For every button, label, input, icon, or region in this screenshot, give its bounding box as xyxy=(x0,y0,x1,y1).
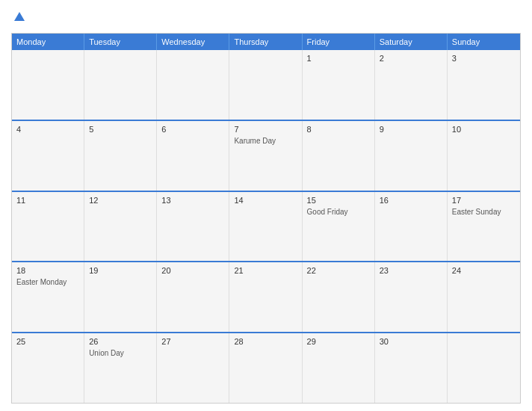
cell-date: 1 xyxy=(307,54,370,63)
calendar-body: 1234567Karume Day89101112131415Good Frid… xyxy=(12,50,520,403)
cell-holiday: Easter Monday xyxy=(16,278,79,286)
calendar-cell xyxy=(12,50,84,120)
day-header: Thursday xyxy=(229,34,302,50)
logo xyxy=(11,10,26,24)
calendar-cell xyxy=(84,50,157,120)
calendar-cell: 29 xyxy=(303,333,375,403)
calendar-cell xyxy=(157,50,229,120)
calendar-cell: 24 xyxy=(448,262,520,332)
calendar-cell: 9 xyxy=(375,121,448,191)
day-header: Monday xyxy=(12,34,84,50)
calendar-cell: 1 xyxy=(303,50,375,120)
calendar-cell: 18Easter Monday xyxy=(12,262,84,332)
calendar-cell: 8 xyxy=(303,121,375,191)
calendar-cell: 22 xyxy=(303,262,375,332)
calendar-cell: 2 xyxy=(375,50,448,120)
calendar-cell: 20 xyxy=(157,262,229,332)
day-header: Sunday xyxy=(448,34,520,50)
cell-date: 15 xyxy=(307,196,370,205)
day-header: Tuesday xyxy=(84,34,157,50)
day-header: Saturday xyxy=(375,34,448,50)
day-headers-row: MondayTuesdayWednesdayThursdayFridaySatu… xyxy=(12,34,520,50)
cell-date: 28 xyxy=(234,337,297,346)
calendar-week-row: 2526Union Day27282930 xyxy=(12,333,520,403)
cell-holiday: Good Friday xyxy=(307,208,370,216)
calendar-cell: 10 xyxy=(448,121,520,191)
calendar-week-row: 18Easter Monday192021222324 xyxy=(12,262,520,333)
calendar-cell: 21 xyxy=(229,262,302,332)
cell-holiday: Easter Sunday xyxy=(452,208,516,216)
cell-date: 23 xyxy=(380,266,442,275)
calendar-cell: 30 xyxy=(375,333,448,403)
day-header: Friday xyxy=(303,34,375,50)
cell-date: 21 xyxy=(234,266,297,275)
svg-marker-0 xyxy=(14,12,25,21)
cell-date: 3 xyxy=(452,54,516,63)
cell-date: 5 xyxy=(89,125,152,134)
calendar-cell: 6 xyxy=(157,121,229,191)
calendar-cell: 16 xyxy=(375,192,448,262)
calendar-cell: 23 xyxy=(375,262,448,332)
calendar: MondayTuesdayWednesdayThursdayFridaySatu… xyxy=(11,33,521,404)
cell-date: 30 xyxy=(380,337,442,346)
cell-date: 26 xyxy=(89,337,152,346)
calendar-cell xyxy=(448,333,520,403)
calendar-cell xyxy=(229,50,302,120)
cell-date: 18 xyxy=(16,266,79,275)
calendar-cell: 3 xyxy=(448,50,520,120)
calendar-cell: 19 xyxy=(84,262,157,332)
cell-date: 7 xyxy=(234,125,297,134)
calendar-week-row: 4567Karume Day8910 xyxy=(12,121,520,192)
cell-date: 6 xyxy=(161,125,224,134)
calendar-cell: 28 xyxy=(229,333,302,403)
calendar-cell: 14 xyxy=(229,192,302,262)
cell-date: 27 xyxy=(161,337,224,346)
cell-date: 8 xyxy=(307,125,370,134)
day-header: Wednesday xyxy=(157,34,229,50)
cell-date: 14 xyxy=(234,196,297,205)
cell-date: 19 xyxy=(89,266,152,275)
calendar-cell: 26Union Day xyxy=(84,333,157,403)
logo-icon xyxy=(13,10,26,24)
calendar-cell: 12 xyxy=(84,192,157,262)
cell-date: 29 xyxy=(307,337,370,346)
cell-date: 10 xyxy=(452,125,516,134)
cell-date: 2 xyxy=(380,54,442,63)
cell-date: 24 xyxy=(452,266,516,275)
calendar-cell: 25 xyxy=(12,333,84,403)
calendar-cell: 4 xyxy=(12,121,84,191)
cell-date: 22 xyxy=(307,266,370,275)
calendar-cell: 15Good Friday xyxy=(303,192,375,262)
cell-date: 4 xyxy=(16,125,79,134)
cell-date: 12 xyxy=(89,196,152,205)
cell-holiday: Karume Day xyxy=(234,137,297,145)
calendar-cell: 7Karume Day xyxy=(229,121,302,191)
calendar-cell: 17Easter Sunday xyxy=(448,192,520,262)
calendar-cell: 5 xyxy=(84,121,157,191)
cell-date: 16 xyxy=(380,196,442,205)
cell-date: 25 xyxy=(16,337,79,346)
calendar-cell: 27 xyxy=(157,333,229,403)
page-header xyxy=(11,7,521,27)
calendar-week-row: 123 xyxy=(12,50,520,121)
calendar-week-row: 1112131415Good Friday1617Easter Sunday xyxy=(12,192,520,263)
calendar-cell: 11 xyxy=(12,192,84,262)
cell-date: 9 xyxy=(380,125,442,134)
cell-holiday: Union Day xyxy=(89,349,152,357)
calendar-cell: 13 xyxy=(157,192,229,262)
cell-date: 20 xyxy=(161,266,224,275)
cell-date: 17 xyxy=(452,196,516,205)
cell-date: 11 xyxy=(16,196,79,205)
cell-date: 13 xyxy=(161,196,224,205)
